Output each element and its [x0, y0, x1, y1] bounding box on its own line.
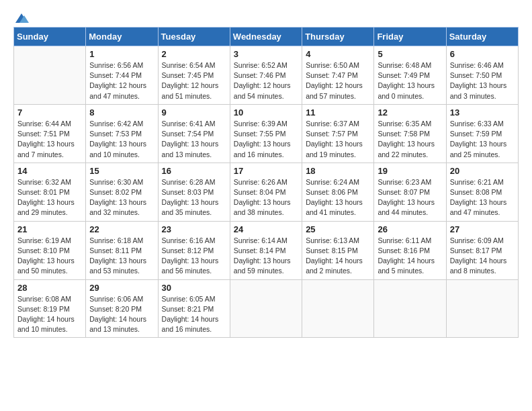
logo: [13, 12, 29, 21]
day-number: 13: [450, 107, 515, 118]
calendar-cell: 15Sunrise: 6:30 AM Sunset: 8:02 PM Dayli…: [86, 163, 158, 221]
day-info: Sunrise: 6:48 AM Sunset: 7:49 PM Dayligh…: [378, 60, 442, 101]
day-number: 19: [378, 166, 442, 176]
day-number: 23: [162, 224, 226, 234]
day-info: Sunrise: 6:56 AM Sunset: 7:44 PM Dayligh…: [89, 60, 154, 101]
calendar-week-row: 21Sunrise: 6:19 AM Sunset: 8:10 PM Dayli…: [14, 221, 519, 279]
calendar-cell: 3Sunrise: 6:52 AM Sunset: 7:46 PM Daylig…: [230, 46, 302, 105]
day-info: Sunrise: 6:19 AM Sunset: 8:10 PM Dayligh…: [17, 236, 82, 277]
day-number: 12: [378, 107, 442, 118]
calendar-cell: 18Sunrise: 6:24 AM Sunset: 8:06 PM Dayli…: [302, 163, 374, 221]
day-info: Sunrise: 6:16 AM Sunset: 8:12 PM Dayligh…: [162, 236, 226, 277]
calendar-cell: 8Sunrise: 6:42 AM Sunset: 7:53 PM Daylig…: [86, 104, 158, 163]
calendar-table: SundayMondayTuesdayWednesdayThursdayFrid…: [13, 27, 519, 338]
day-number: 25: [306, 224, 370, 234]
day-info: Sunrise: 6:26 AM Sunset: 8:04 PM Dayligh…: [234, 177, 298, 218]
calendar-cell: 23Sunrise: 6:16 AM Sunset: 8:12 PM Dayli…: [158, 221, 230, 279]
day-info: Sunrise: 6:24 AM Sunset: 8:06 PM Dayligh…: [306, 177, 370, 218]
day-number: 29: [89, 283, 154, 293]
day-number: 17: [234, 166, 298, 176]
weekday-header-cell: Tuesday: [158, 28, 230, 46]
calendar-cell: 10Sunrise: 6:39 AM Sunset: 7:55 PM Dayli…: [230, 104, 302, 163]
day-info: Sunrise: 6:33 AM Sunset: 7:59 PM Dayligh…: [450, 119, 515, 160]
calendar-body: 1Sunrise: 6:56 AM Sunset: 7:44 PM Daylig…: [14, 46, 519, 338]
day-number: 28: [17, 283, 82, 293]
day-number: 15: [89, 166, 154, 176]
day-info: Sunrise: 6:30 AM Sunset: 8:02 PM Dayligh…: [89, 177, 154, 218]
calendar-cell: [302, 279, 374, 338]
calendar-cell: 5Sunrise: 6:48 AM Sunset: 7:49 PM Daylig…: [374, 46, 446, 105]
day-number: 6: [450, 49, 515, 59]
day-number: 11: [306, 107, 370, 118]
day-info: Sunrise: 6:39 AM Sunset: 7:55 PM Dayligh…: [234, 119, 298, 160]
day-number: 30: [162, 283, 226, 293]
day-number: 26: [378, 224, 442, 234]
calendar-header-row: SundayMondayTuesdayWednesdayThursdayFrid…: [14, 28, 519, 46]
calendar-cell: 11Sunrise: 6:37 AM Sunset: 7:57 PM Dayli…: [302, 104, 374, 163]
calendar-cell: [230, 279, 302, 338]
calendar-week-row: 1Sunrise: 6:56 AM Sunset: 7:44 PM Daylig…: [14, 46, 519, 105]
day-info: Sunrise: 6:21 AM Sunset: 8:08 PM Dayligh…: [450, 177, 515, 218]
weekday-header-cell: Saturday: [446, 28, 518, 46]
day-number: 24: [234, 224, 298, 234]
day-number: 10: [234, 107, 298, 118]
day-info: Sunrise: 6:35 AM Sunset: 7:58 PM Dayligh…: [378, 119, 442, 160]
day-number: 7: [17, 107, 82, 118]
calendar-week-row: 14Sunrise: 6:32 AM Sunset: 8:01 PM Dayli…: [14, 163, 519, 221]
day-info: Sunrise: 6:06 AM Sunset: 8:20 PM Dayligh…: [89, 294, 154, 335]
day-info: Sunrise: 6:08 AM Sunset: 8:19 PM Dayligh…: [17, 294, 82, 335]
calendar-cell: 6Sunrise: 6:46 AM Sunset: 7:50 PM Daylig…: [446, 46, 518, 105]
weekday-header-cell: Sunday: [14, 28, 86, 46]
day-number: 21: [17, 224, 82, 234]
day-number: 4: [306, 49, 370, 59]
day-info: Sunrise: 6:05 AM Sunset: 8:21 PM Dayligh…: [162, 294, 226, 335]
day-number: 16: [162, 166, 226, 176]
calendar-cell: 13Sunrise: 6:33 AM Sunset: 7:59 PM Dayli…: [446, 104, 518, 163]
day-info: Sunrise: 6:14 AM Sunset: 8:14 PM Dayligh…: [234, 236, 298, 277]
calendar-cell: [14, 46, 86, 105]
calendar-cell: [374, 279, 446, 338]
day-number: 8: [89, 107, 154, 118]
day-info: Sunrise: 6:41 AM Sunset: 7:54 PM Dayligh…: [162, 119, 226, 160]
calendar-cell: 22Sunrise: 6:18 AM Sunset: 8:11 PM Dayli…: [86, 221, 158, 279]
day-info: Sunrise: 6:46 AM Sunset: 7:50 PM Dayligh…: [450, 60, 515, 101]
day-info: Sunrise: 6:18 AM Sunset: 8:11 PM Dayligh…: [89, 236, 154, 277]
day-info: Sunrise: 6:42 AM Sunset: 7:53 PM Dayligh…: [89, 119, 154, 160]
day-info: Sunrise: 6:13 AM Sunset: 8:15 PM Dayligh…: [306, 236, 370, 277]
day-info: Sunrise: 6:11 AM Sunset: 8:16 PM Dayligh…: [378, 236, 442, 277]
day-number: 5: [378, 49, 442, 59]
day-info: Sunrise: 6:37 AM Sunset: 7:57 PM Dayligh…: [306, 119, 370, 160]
weekday-header-cell: Thursday: [302, 28, 374, 46]
calendar-cell: 16Sunrise: 6:28 AM Sunset: 8:03 PM Dayli…: [158, 163, 230, 221]
page-container: SundayMondayTuesdayWednesdayThursdayFrid…: [0, 0, 532, 350]
weekday-header-cell: Wednesday: [230, 28, 302, 46]
day-info: Sunrise: 6:50 AM Sunset: 7:47 PM Dayligh…: [306, 60, 370, 101]
day-info: Sunrise: 6:28 AM Sunset: 8:03 PM Dayligh…: [162, 177, 226, 218]
day-info: Sunrise: 6:44 AM Sunset: 7:51 PM Dayligh…: [17, 119, 82, 160]
day-number: 18: [306, 166, 370, 176]
logo-icon: [14, 12, 29, 24]
day-number: 20: [450, 166, 515, 176]
day-number: 27: [450, 224, 515, 234]
calendar-cell: 25Sunrise: 6:13 AM Sunset: 8:15 PM Dayli…: [302, 221, 374, 279]
calendar-cell: 30Sunrise: 6:05 AM Sunset: 8:21 PM Dayli…: [158, 279, 230, 338]
day-number: 9: [162, 107, 226, 118]
calendar-cell: 12Sunrise: 6:35 AM Sunset: 7:58 PM Dayli…: [374, 104, 446, 163]
calendar-cell: 2Sunrise: 6:54 AM Sunset: 7:45 PM Daylig…: [158, 46, 230, 105]
day-info: Sunrise: 6:23 AM Sunset: 8:07 PM Dayligh…: [378, 177, 442, 218]
header: [13, 12, 519, 21]
calendar-cell: [446, 279, 518, 338]
day-number: 22: [89, 224, 154, 234]
weekday-header-cell: Monday: [86, 28, 158, 46]
weekday-header-cell: Friday: [374, 28, 446, 46]
calendar-cell: 4Sunrise: 6:50 AM Sunset: 7:47 PM Daylig…: [302, 46, 374, 105]
day-number: 14: [17, 166, 82, 176]
calendar-cell: 9Sunrise: 6:41 AM Sunset: 7:54 PM Daylig…: [158, 104, 230, 163]
day-info: Sunrise: 6:52 AM Sunset: 7:46 PM Dayligh…: [234, 60, 298, 101]
day-number: 2: [162, 49, 226, 59]
calendar-cell: 17Sunrise: 6:26 AM Sunset: 8:04 PM Dayli…: [230, 163, 302, 221]
calendar-cell: 7Sunrise: 6:44 AM Sunset: 7:51 PM Daylig…: [14, 104, 86, 163]
day-info: Sunrise: 6:54 AM Sunset: 7:45 PM Dayligh…: [162, 60, 226, 101]
calendar-cell: 26Sunrise: 6:11 AM Sunset: 8:16 PM Dayli…: [374, 221, 446, 279]
calendar-week-row: 7Sunrise: 6:44 AM Sunset: 7:51 PM Daylig…: [14, 104, 519, 163]
